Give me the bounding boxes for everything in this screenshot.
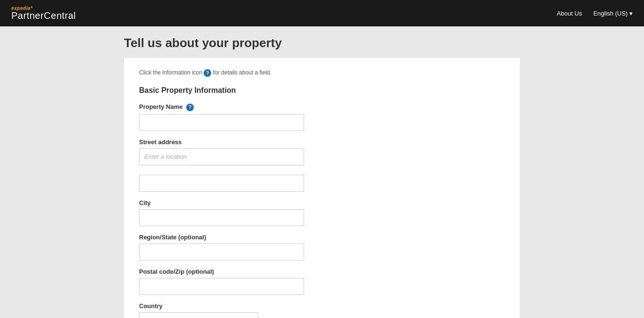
info-text-after: for details about a field. — [211, 69, 271, 76]
street-address-line2-input[interactable] — [139, 175, 304, 192]
country-select[interactable]: -- Select -- United States Canada United… — [139, 312, 258, 318]
page-content: Tell us about your property Click the in… — [39, 26, 605, 318]
section-title: Basic Property Information — [139, 86, 505, 95]
property-name-input[interactable] — [139, 114, 304, 131]
street-address-line1-input[interactable] — [139, 148, 304, 165]
country-label: Country — [139, 302, 505, 310]
city-input[interactable] — [139, 209, 304, 226]
postal-code-label: Postal code/Zip (optional) — [139, 268, 505, 275]
header: expedia* PartnerCentral About Us English… — [0, 0, 644, 26]
street-address-group: Street address — [139, 139, 505, 192]
info-text: Click the information icon ? for details… — [139, 69, 505, 77]
header-nav: About Us English (US) ▾ — [557, 10, 633, 17]
city-label: City — [139, 199, 505, 206]
property-name-info-icon[interactable]: ? — [186, 104, 194, 111]
info-text-before: Click the information icon — [139, 69, 204, 76]
postal-code-input[interactable] — [139, 278, 304, 295]
region-state-group: Region/State (optional) — [139, 234, 505, 261]
postal-code-group: Postal code/Zip (optional) — [139, 268, 505, 295]
language-selector[interactable]: English (US) ▾ — [593, 10, 633, 17]
info-icon[interactable]: ? — [204, 69, 211, 77]
form-container: Click the information icon ? for details… — [124, 58, 520, 318]
street-address-label: Street address — [139, 139, 505, 146]
region-state-input[interactable] — [139, 244, 304, 261]
page-title: Tell us about your property — [124, 26, 520, 58]
logo: expedia* PartnerCentral — [11, 6, 76, 20]
property-name-label: Property Name ? — [139, 103, 505, 111]
partner-central-logo-text: PartnerCentral — [11, 11, 76, 20]
region-state-label: Region/State (optional) — [139, 234, 505, 241]
property-name-group: Property Name ? — [139, 103, 505, 131]
city-group: City — [139, 199, 505, 226]
about-us-link[interactable]: About Us — [557, 10, 582, 17]
country-group: Country -- Select -- United States Canad… — [139, 302, 505, 318]
